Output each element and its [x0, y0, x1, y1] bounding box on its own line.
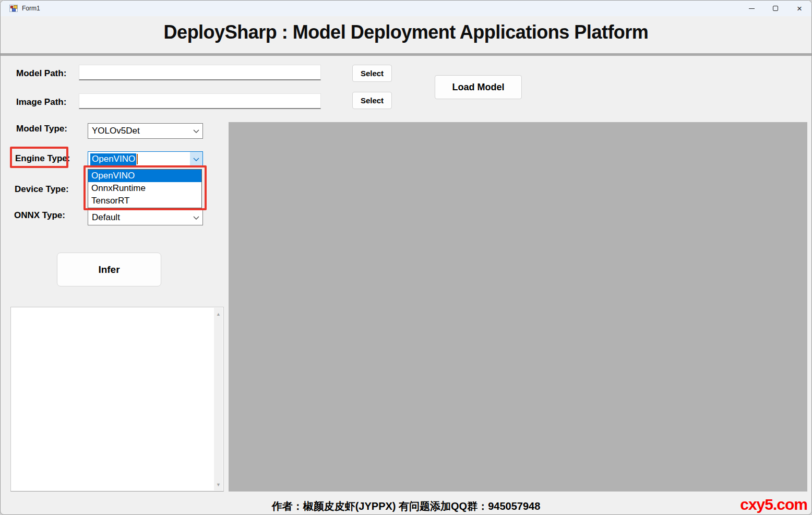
text-caret [137, 154, 138, 164]
minimize-button[interactable] [739, 1, 763, 16]
model-type-combobox[interactable]: YOLOv5Det [88, 123, 203, 139]
device-type-label: Device Type: [15, 184, 69, 195]
author-credit: 作者：椒颜皮皮虾(JYPPX) 有问题添加QQ群：945057948 [1, 499, 811, 513]
dropdown-option-openvino[interactable]: OpenVINO [88, 170, 201, 182]
app-window: Form1 × DeploySharp : Model Deployment A… [0, 0, 812, 515]
model-path-label: Model Path: [16, 68, 66, 79]
scroll-up-icon[interactable]: ▲ [214, 309, 223, 318]
model-type-value: YOLOv5Det [88, 126, 190, 136]
model-path-select-button[interactable]: Select [352, 65, 392, 82]
image-path-select-button[interactable]: Select [352, 92, 392, 109]
infer-button[interactable]: Infer [57, 253, 161, 286]
watermark: cxy5.com [740, 496, 807, 513]
titlebar: Form1 × [1, 1, 811, 16]
engine-type-label: Engine Type: [15, 153, 70, 164]
onnx-type-value: Default [88, 212, 190, 223]
dropdown-option-onnxruntime[interactable]: OnnxRuntime [88, 182, 201, 195]
dropdown-option-tensorrt[interactable]: TensorRT [88, 195, 201, 207]
model-type-label: Model Type: [16, 124, 67, 134]
screen: Form1 × DeploySharp : Model Deployment A… [0, 0, 812, 515]
window-controls: × [739, 1, 811, 16]
chevron-down-icon [190, 129, 202, 133]
app-form-icon [9, 5, 18, 12]
minimize-icon [749, 8, 755, 9]
maximize-button[interactable] [763, 1, 787, 16]
header-divider [1, 53, 811, 56]
window-title: Form1 [22, 5, 40, 12]
page-title: DeploySharp : Model Deployment Applicati… [1, 21, 811, 43]
engine-type-value: OpenVINO [90, 153, 136, 165]
load-model-button[interactable]: Load Model [435, 75, 522, 99]
listbox-scrollbar[interactable]: ▲ ▼ [214, 308, 223, 490]
close-button[interactable]: × [787, 1, 811, 16]
onnx-type-label: ONNX Type: [14, 210, 65, 221]
chevron-down-icon [190, 216, 202, 220]
image-display-panel [229, 122, 807, 492]
chevron-down-icon[interactable] [190, 152, 202, 166]
image-path-label: Image Path: [16, 97, 66, 107]
model-path-input[interactable] [79, 65, 321, 80]
scroll-down-icon[interactable]: ▼ [214, 480, 223, 489]
close-icon: × [797, 4, 802, 13]
form-icon-blue-square [12, 8, 16, 11]
engine-type-combobox[interactable]: OpenVINO [88, 151, 203, 167]
engine-type-dropdown-list: OpenVINO OnnxRuntime TensorRT [88, 169, 202, 208]
output-listbox[interactable]: ▲ ▼ [10, 307, 224, 492]
maximize-icon [773, 6, 778, 11]
onnx-type-combobox[interactable]: Default [88, 210, 203, 225]
image-path-input[interactable] [79, 93, 321, 109]
